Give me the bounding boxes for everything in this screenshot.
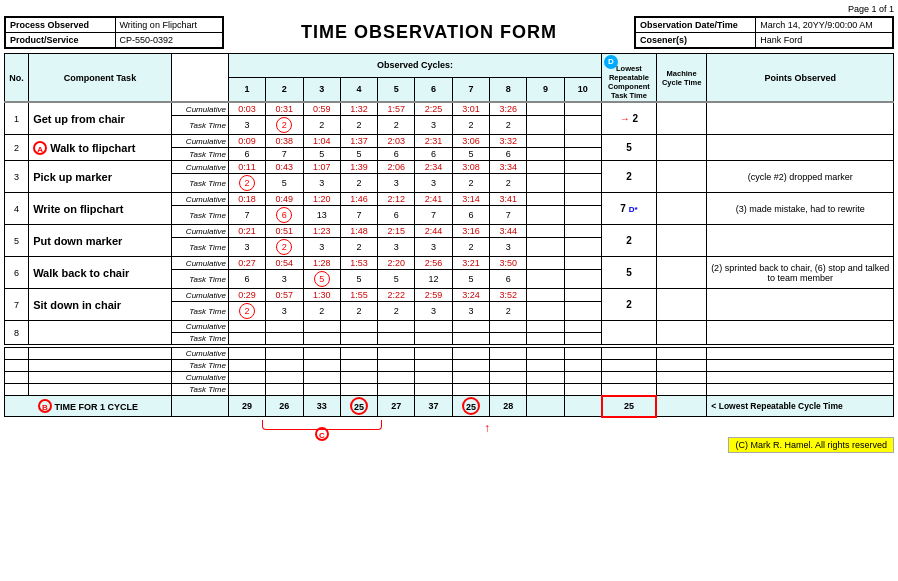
row-7-cum-3: 1:30 [303, 289, 340, 302]
row-5-machine [656, 225, 706, 257]
row-5-cum-4: 1:48 [340, 225, 377, 238]
row-8-tt-1 [228, 333, 265, 345]
row-8-cum-4 [340, 321, 377, 333]
row-3-cum-4: 1:39 [340, 161, 377, 174]
row-2-tt-7: 5 [452, 148, 489, 161]
row-6-task: Walk back to chair [29, 257, 172, 289]
row-7-cum-2: 0:57 [266, 289, 303, 302]
row-8-tt-9 [527, 333, 564, 345]
row-4-cum-2: 0:49 [266, 193, 303, 206]
row-1-task: Get up from chair [29, 102, 172, 135]
header-right: Observation Date/Time March 14, 20YY/9:0… [634, 16, 894, 49]
row-5-cum-6: 2:44 [415, 225, 452, 238]
col-type-empty [171, 54, 228, 103]
row-5-tt-4: 2 [340, 238, 377, 257]
row-3-tt-8: 2 [490, 174, 527, 193]
row-5-cum-label: Cumulative [171, 225, 228, 238]
row-5-tt-8: 3 [490, 238, 527, 257]
row-7-cum-7: 3:24 [452, 289, 489, 302]
row-7-tt-8: 2 [490, 302, 527, 321]
row-5-cum-3: 1:23 [303, 225, 340, 238]
row-6-tt-10 [564, 270, 601, 289]
row-2-cum-2: 0:38 [266, 135, 303, 148]
row-7-tt-10 [564, 302, 601, 321]
row-3-task: Pick up marker [29, 161, 172, 193]
row-7-tt-9 [527, 302, 564, 321]
row-8-tt-label: Task Time [171, 333, 228, 345]
cycle-col-2: 2 [266, 77, 303, 102]
row-4-machine [656, 193, 706, 225]
row-3-cum-6: 2:34 [415, 161, 452, 174]
row-3-tt-1: 2 [228, 174, 265, 193]
row-6-cum-1: 0:27 [228, 257, 265, 270]
cycle-col-4: 4 [340, 77, 377, 102]
row-5-cum-8: 3:44 [490, 225, 527, 238]
extra-cum-row1: Cumulative [5, 348, 894, 360]
time-cycle-8: 28 [490, 396, 527, 417]
time-cycle-6: 37 [415, 396, 452, 417]
row-4-cum-10 [564, 193, 601, 206]
row-1-machine [656, 102, 706, 135]
row-3-tt-6: 3 [415, 174, 452, 193]
row-2-tt-5: 6 [378, 148, 415, 161]
row-5-tt-2: 2 [266, 238, 303, 257]
row-4-cum-4: 1:46 [340, 193, 377, 206]
row-5-cum-7: 3:16 [452, 225, 489, 238]
row-8-tt-3 [303, 333, 340, 345]
row-4-cum-6: 2:41 [415, 193, 452, 206]
row-1-tt-2: 2 [266, 116, 303, 135]
row-1-tt-5: 2 [378, 116, 415, 135]
row-3-tt-5: 3 [378, 174, 415, 193]
row-8-cum-10 [564, 321, 601, 333]
row-7-tt-2: 3 [266, 302, 303, 321]
row-3-tt-10 [564, 174, 601, 193]
row-5-task: Put down marker [29, 225, 172, 257]
row-8-cum-6 [415, 321, 452, 333]
row-6-tt-label: Task Time [171, 270, 228, 289]
copyright: (C) Mark R. Hamel. All rights reserved [728, 437, 894, 453]
row-7-machine [656, 289, 706, 321]
cycle-col-1: 1 [228, 77, 265, 102]
row-5-no: 5 [5, 225, 29, 257]
bottom-table: Cumulative Task Time [4, 347, 894, 418]
row-6-tt-4: 5 [340, 270, 377, 289]
page-container: Page 1 of 1 Process Observed Writing on … [0, 0, 898, 457]
row-7-lowest: 2 [602, 289, 657, 321]
row-8-lowest [602, 321, 657, 345]
row-1-lowest: → 2 [602, 102, 657, 135]
row-2-cum-1: 0:09 [228, 135, 265, 148]
row-1-tt-6: 3 [415, 116, 452, 135]
row-1-cum-10 [564, 102, 601, 116]
row-5-cum-9 [527, 225, 564, 238]
arrow-up: ↑ [484, 421, 490, 435]
row-3-tt-label: Task Time [171, 174, 228, 193]
row-1-cum-8: 3:26 [490, 102, 527, 116]
row-1-points [707, 102, 894, 135]
obs-datetime-label: Observation Date/Time [636, 18, 756, 33]
time-cycle-3: 33 [303, 396, 340, 417]
row-6-cum-9 [527, 257, 564, 270]
row-4-tt-10 [564, 206, 601, 225]
row-7-cum-5: 2:22 [378, 289, 415, 302]
row-5-tt-10 [564, 238, 601, 257]
row-1-tt-10 [564, 116, 601, 135]
row-7-cum-9 [527, 289, 564, 302]
row-8-cum-label: Cumulative [171, 321, 228, 333]
row-1-cum-5: 1:57 [378, 102, 415, 116]
row-1-tt-8: 2 [490, 116, 527, 135]
row-8-no: 8 [5, 321, 29, 345]
row-3-points: (cycle #2) dropped marker [707, 161, 894, 193]
row-3-tt-9 [527, 174, 564, 193]
row-6-cum-6: 2:56 [415, 257, 452, 270]
time-for-cycle-row: B TIME FOR 1 CYCLE 29 26 33 25 27 37 25 … [5, 396, 894, 417]
row-7-cum-4: 1:55 [340, 289, 377, 302]
row-7-no: 7 [5, 289, 29, 321]
row-1-tt-1: 3 [228, 116, 265, 135]
obs-datetime-value: March 14, 20YY/9:00:00 AM [756, 18, 893, 33]
row-8-tt-10 [564, 333, 601, 345]
row-2-no: 2 [5, 135, 29, 161]
cycle-col-10: 10 [564, 77, 601, 102]
row-1-tt-4: 2 [340, 116, 377, 135]
row-1-cum-label: Cumulative [171, 102, 228, 116]
col-points: Points Observed [707, 54, 894, 103]
